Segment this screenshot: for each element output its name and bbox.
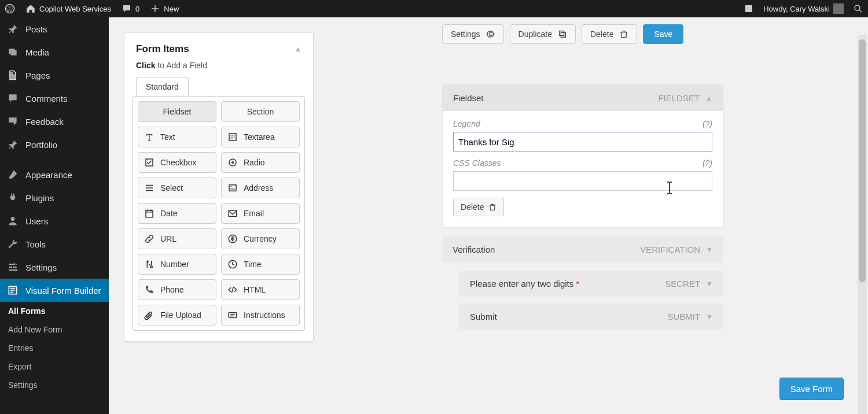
fi-label: Text	[160, 132, 175, 142]
block-verification[interactable]: Verification VERIFICATION ▼	[442, 236, 723, 263]
pin-icon	[7, 139, 19, 150]
sidebar-item-posts[interactable]: Posts	[0, 17, 109, 40]
fi-select[interactable]: Select	[138, 178, 216, 198]
sidebar-item-tools[interactable]: Tools	[0, 232, 109, 256]
sidebar-item-plugins[interactable]: Plugins	[0, 186, 109, 209]
chevron-down-icon[interactable]: ▼	[706, 280, 713, 288]
fi-address[interactable]: Address	[221, 178, 300, 198]
site-link[interactable]: Copilot Web Services	[25, 3, 111, 14]
legend-label: Legend(?)	[453, 119, 712, 128]
fi-checkbox[interactable]: Checkbox	[138, 152, 216, 173]
fi-section[interactable]: Section	[221, 101, 300, 122]
notifications[interactable]	[744, 3, 754, 14]
sidebar-item-visual-form-builder[interactable]: Visual Form Builder	[0, 279, 109, 302]
block-fieldset[interactable]: Fieldset FIELDSET ▲ Legend(?) CSS Classe…	[442, 84, 723, 227]
block-header[interactable]: Fieldset FIELDSET ▲	[443, 85, 723, 111]
avatar	[833, 3, 844, 14]
chevron-down-icon[interactable]: ▼	[706, 246, 713, 254]
tab-standard[interactable]: Standard	[136, 77, 189, 96]
block-delete-button[interactable]: Delete	[453, 198, 504, 216]
site-title: Copilot Web Services	[39, 5, 111, 13]
sidebar-item-portfolio[interactable]: Portfolio	[0, 133, 109, 156]
form-items-title: Form Items▲	[124, 33, 313, 61]
wp-logo[interactable]	[5, 3, 15, 14]
css-classes-input[interactable]	[453, 171, 712, 191]
scrollbar-thumb[interactable]	[859, 39, 866, 282]
save-button[interactable]: Save	[643, 24, 683, 44]
fi-instructions[interactable]: Instructions	[221, 305, 300, 326]
search-toggle[interactable]	[853, 3, 863, 14]
fi-url[interactable]: URL	[138, 228, 216, 249]
sidebar-item-settings[interactable]: Settings	[0, 256, 109, 279]
delete-button[interactable]: Delete	[582, 24, 637, 44]
help-icon[interactable]: (?)	[703, 158, 712, 168]
block-title: Please enter any two digits	[470, 279, 573, 289]
sidebar-item-feedback[interactable]: Feedback	[0, 110, 109, 133]
settings-button[interactable]: Settings	[442, 24, 504, 44]
text-icon	[144, 132, 155, 142]
sidebar-label: Feedback	[25, 117, 64, 127]
form-icon	[7, 284, 19, 296]
fi-textarea[interactable]: Textarea	[221, 127, 300, 147]
duplicate-button[interactable]: Duplicate	[510, 24, 576, 44]
fi-label: URL	[160, 234, 176, 243]
feedback-icon	[7, 116, 19, 127]
fi-label: Radio	[244, 158, 265, 167]
howdy-link[interactable]: Howdy, Cary Walski	[763, 3, 844, 14]
block-title: Verification	[453, 245, 495, 254]
fi-radio[interactable]: Radio	[221, 152, 300, 173]
help-icon[interactable]: (?)	[703, 119, 712, 128]
fi-label: Fieldset	[163, 107, 191, 116]
editor-toolbar: Settings Duplicate Delete Save	[334, 17, 853, 51]
legend-input[interactable]	[453, 132, 712, 151]
save-form-button[interactable]: Save Form	[779, 378, 844, 400]
comments-count: 0	[135, 5, 139, 13]
block-submit[interactable]: Submit SUBMIT ▼	[459, 304, 723, 330]
fi-phone[interactable]: Phone	[138, 279, 216, 300]
address-icon	[227, 183, 238, 193]
sliders-icon	[7, 261, 19, 273]
sidebar-item-comments[interactable]: Comments	[0, 87, 109, 110]
fi-email[interactable]: Email	[221, 203, 300, 224]
submenu-export[interactable]: Export	[0, 357, 109, 376]
user-icon	[7, 215, 19, 227]
sidebar-item-appearance[interactable]: Appearance	[0, 163, 109, 186]
block-secret[interactable]: Please enter any two digits* SECRET ▼	[459, 271, 723, 297]
fi-fieldset[interactable]: Fieldset	[138, 101, 216, 122]
plus-icon	[150, 3, 160, 14]
url-icon	[144, 234, 155, 244]
btn-label: Delete	[590, 29, 613, 39]
html-icon	[227, 284, 238, 295]
fi-currency[interactable]: Currency	[221, 228, 300, 249]
comments-link[interactable]: 0	[122, 3, 139, 14]
fi-label: Textarea	[244, 132, 275, 142]
submenu-add-new-form[interactable]: Add New Form	[0, 320, 109, 339]
hint-strong: Click	[136, 61, 155, 70]
fi-number[interactable]: Number	[138, 254, 216, 275]
block-title: Submit	[470, 312, 497, 321]
sidebar-item-pages[interactable]: Pages	[0, 64, 109, 87]
chevron-up-icon[interactable]: ▲	[705, 94, 712, 102]
copy-icon	[558, 29, 567, 39]
sidebar-item-users[interactable]: Users	[0, 209, 109, 232]
submenu-entries[interactable]: Entries	[0, 339, 109, 357]
submenu-all-forms[interactable]: All Forms	[0, 302, 109, 320]
submenu-settings[interactable]: Settings	[0, 376, 109, 394]
css-classes-label: CSS Classes(?)	[453, 158, 712, 168]
fi-file-upload[interactable]: File Upload	[138, 305, 216, 326]
sidebar-submenu: All Forms Add New Form Entries Export Se…	[0, 302, 109, 394]
admin-sidebar: Posts Media Pages Comments Feedback Port…	[0, 17, 109, 414]
sidebar-item-media[interactable]: Media	[0, 40, 109, 64]
sidebar-label: Users	[25, 216, 48, 226]
panel-collapse-icon[interactable]: ▲	[295, 45, 301, 53]
fi-time[interactable]: Time	[221, 254, 300, 275]
scrollbar[interactable]	[858, 35, 867, 414]
fi-label: Time	[244, 260, 262, 269]
fi-label: Address	[244, 183, 273, 193]
new-label: New	[164, 5, 179, 13]
fi-text[interactable]: Text	[138, 127, 216, 147]
fi-html[interactable]: HTML	[221, 279, 300, 300]
chevron-down-icon[interactable]: ▼	[706, 313, 713, 321]
new-link[interactable]: New	[150, 3, 179, 14]
fi-date[interactable]: Date	[138, 203, 216, 224]
